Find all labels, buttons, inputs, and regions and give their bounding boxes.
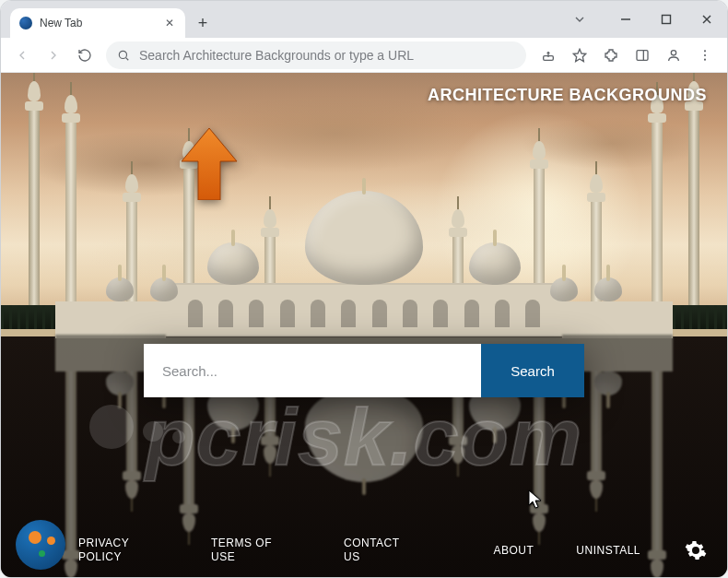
nav-forward-button[interactable] — [40, 41, 67, 69]
omnibox[interactable] — [106, 41, 526, 69]
footer: PRIVACY POLICY TERMS OF USE CONTACT US A… — [1, 522, 727, 578]
minaret-icon — [29, 107, 40, 332]
nav-back-button[interactable] — [8, 41, 36, 69]
toolbar — [1, 38, 727, 73]
search-icon — [117, 49, 130, 62]
menu-kebab-icon[interactable] — [690, 41, 720, 69]
browser-tab[interactable]: New Tab ✕ — [10, 8, 185, 38]
new-tab-button[interactable]: + — [191, 11, 215, 35]
footer-link-privacy[interactable]: PRIVACY POLICY — [78, 537, 152, 564]
mosque — [69, 161, 659, 336]
bookmark-icon[interactable] — [565, 41, 594, 69]
titlebar: New Tab ✕ + — [1, 1, 727, 38]
footer-link-terms[interactable]: TERMS OF USE — [211, 537, 285, 564]
page-search-button[interactable]: Search — [481, 344, 584, 397]
svg-point-12 — [704, 53, 706, 55]
svg-line-5 — [126, 57, 129, 60]
settings-gear-icon[interactable] — [683, 537, 709, 563]
browser-window: New Tab ✕ + — [0, 0, 728, 578]
window-minimize-button[interactable] — [605, 1, 646, 38]
svg-rect-1 — [663, 16, 671, 24]
share-icon[interactable] — [534, 41, 563, 69]
tab-favicon — [19, 17, 32, 29]
tab-title: New Tab — [40, 17, 156, 29]
background-scene — [1, 73, 727, 578]
omnibox-input[interactable] — [139, 48, 515, 63]
page-search: Search — [144, 344, 584, 397]
svg-marker-7 — [573, 49, 585, 61]
minaret-icon — [688, 107, 699, 332]
annotation-arrow-icon — [180, 128, 239, 200]
page-search-input[interactable] — [144, 344, 481, 397]
nav-reload-button[interactable] — [71, 41, 99, 69]
toolbar-right — [534, 41, 720, 69]
extensions-icon[interactable] — [596, 41, 626, 69]
sidepanel-icon[interactable] — [628, 41, 657, 69]
window-controls — [605, 1, 727, 38]
footer-link-uninstall[interactable]: UNINSTALL — [576, 544, 640, 557]
tab-close-icon[interactable]: ✕ — [163, 17, 176, 29]
page-viewport: ARCHITECTURE BACKGROUNDS Search pcrisk.c… — [1, 73, 727, 578]
extension-badge-icon[interactable] — [16, 520, 65, 570]
footer-links: PRIVACY POLICY TERMS OF USE CONTACT US — [78, 537, 417, 564]
svg-point-10 — [671, 50, 675, 54]
footer-link-about[interactable]: ABOUT — [494, 544, 534, 557]
page-title: ARCHITECTURE BACKGROUNDS — [428, 86, 707, 105]
svg-rect-8 — [637, 50, 648, 60]
window-close-button[interactable] — [687, 1, 727, 38]
window-maximize-button[interactable] — [646, 1, 687, 38]
svg-point-13 — [704, 58, 706, 60]
footer-link-contact[interactable]: CONTACT US — [344, 537, 417, 564]
svg-point-11 — [704, 50, 706, 52]
svg-point-4 — [119, 51, 126, 58]
footer-right: ABOUT UNINSTALL — [494, 537, 709, 563]
cursor-icon — [528, 490, 543, 510]
profile-avatar[interactable] — [659, 41, 688, 69]
tab-chevron-icon[interactable] — [565, 1, 594, 38]
